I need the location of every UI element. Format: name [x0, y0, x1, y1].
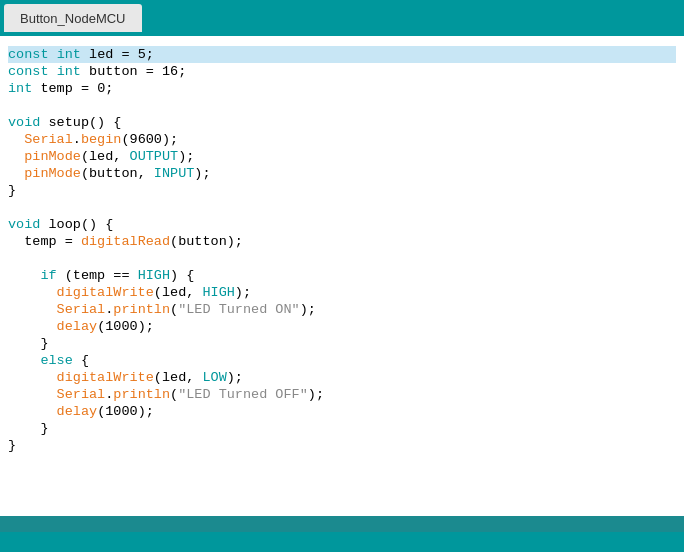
code-line-16: Serial.println("LED Turned ON"); — [8, 301, 676, 318]
code-line-17: delay(1000); — [8, 318, 676, 335]
code-line-4 — [8, 97, 676, 114]
code-line-20: digitalWrite(led, LOW); — [8, 369, 676, 386]
code-line-21: Serial.println("LED Turned OFF"); — [8, 386, 676, 403]
code-line-22: delay(1000); — [8, 403, 676, 420]
code-line-7: pinMode(led, OUTPUT); — [8, 148, 676, 165]
code-line-6: Serial.begin(9600); — [8, 131, 676, 148]
code-line-8: pinMode(button, INPUT); — [8, 165, 676, 182]
code-line-2: const int button = 16; — [8, 63, 676, 80]
code-line-11: void loop() { — [8, 216, 676, 233]
code-line-14: if (temp == HIGH) { — [8, 267, 676, 284]
code-line-3: int temp = 0; — [8, 80, 676, 97]
code-line-15: digitalWrite(led, HIGH); — [8, 284, 676, 301]
top-bar: Button_NodeMCU — [0, 0, 684, 36]
code-line-9: } — [8, 182, 676, 199]
code-line-1: const int led = 5; — [8, 46, 676, 63]
code-line-18: } — [8, 335, 676, 352]
tab-label: Button_NodeMCU — [20, 11, 126, 26]
bottom-bar — [0, 532, 684, 552]
code-line-10 — [8, 199, 676, 216]
code-line-19: else { — [8, 352, 676, 369]
code-line-13 — [8, 250, 676, 267]
code-line-24: } — [8, 437, 676, 454]
code-line-12: temp = digitalRead(button); — [8, 233, 676, 250]
code-line-5: void setup() { — [8, 114, 676, 131]
editor-area[interactable]: const int led = 5; const int button = 16… — [0, 36, 684, 516]
file-tab[interactable]: Button_NodeMCU — [4, 4, 142, 32]
code-line-23: } — [8, 420, 676, 437]
